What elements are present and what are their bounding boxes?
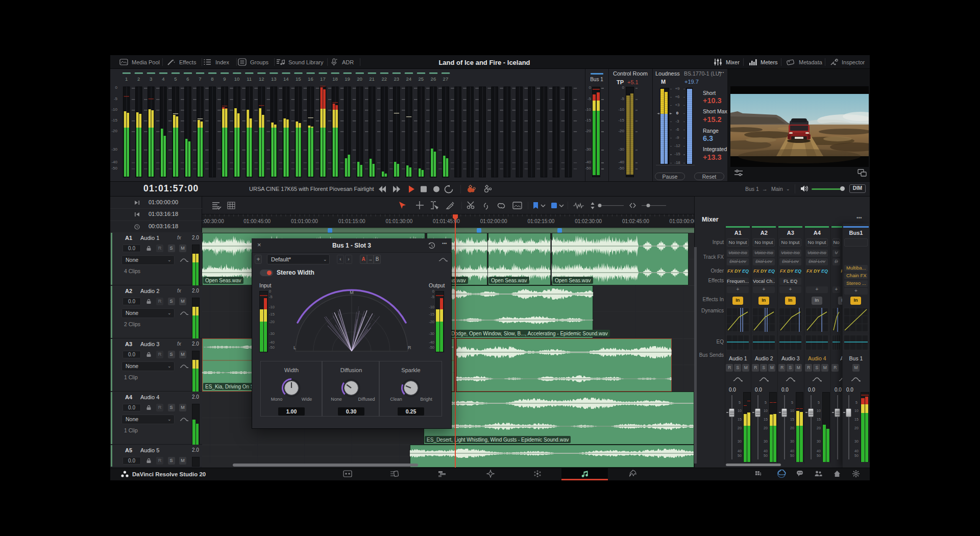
- svg-text:24: 24: [406, 76, 412, 82]
- svg-text:18: 18: [332, 76, 338, 82]
- svg-text:12: 12: [259, 76, 264, 82]
- svg-text:4: 4: [162, 76, 164, 82]
- svg-text:15: 15: [296, 76, 301, 82]
- svg-text:L: L: [293, 345, 296, 350]
- svg-text:7: 7: [199, 76, 201, 82]
- svg-text:21: 21: [369, 76, 375, 82]
- svg-text:25: 25: [419, 76, 424, 82]
- svg-text:1: 1: [125, 76, 128, 82]
- svg-text:16: 16: [308, 76, 313, 82]
- svg-text:14: 14: [283, 76, 289, 82]
- svg-text:M: M: [350, 290, 354, 295]
- svg-text:5: 5: [174, 76, 177, 82]
- svg-text:6: 6: [186, 76, 189, 82]
- svg-text:13: 13: [271, 76, 277, 82]
- svg-text:9: 9: [223, 76, 226, 82]
- svg-text:17: 17: [320, 76, 326, 82]
- svg-text:27: 27: [443, 76, 449, 82]
- svg-text:8: 8: [211, 76, 213, 82]
- svg-text:23: 23: [394, 76, 399, 82]
- svg-text:3: 3: [150, 76, 152, 82]
- svg-text:11: 11: [247, 76, 252, 82]
- svg-text:2: 2: [137, 76, 140, 82]
- svg-text:20: 20: [357, 76, 362, 82]
- svg-text:10: 10: [234, 76, 240, 82]
- svg-text:R: R: [408, 345, 411, 350]
- svg-text:19: 19: [345, 76, 350, 82]
- svg-text:26: 26: [431, 76, 436, 82]
- svg-text:22: 22: [381, 76, 387, 82]
